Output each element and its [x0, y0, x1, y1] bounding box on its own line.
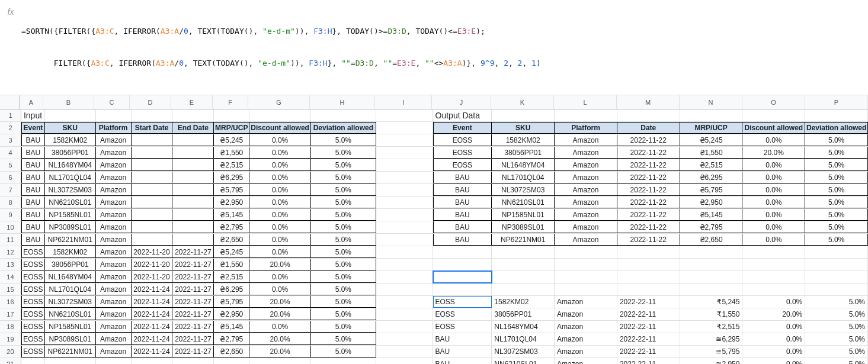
input-cell[interactable]: 20.0% — [249, 308, 311, 320]
input-cell[interactable]: 5.0% — [311, 271, 376, 283]
grid[interactable]: 1Input DataOutput Data2EventSKUPlatformS… — [0, 109, 868, 364]
output-cell[interactable]: BAU — [433, 209, 492, 221]
input-cell[interactable]: EOSS — [21, 259, 45, 270]
cell[interactable] — [492, 284, 555, 295]
input-cell[interactable]: 2022-11-27 — [172, 259, 214, 270]
formula-cell[interactable]: NN6210SL01 — [492, 358, 555, 364]
cell[interactable] — [680, 109, 743, 121]
input-cell[interactable] — [172, 184, 214, 196]
input-cell[interactable]: 5.0% — [311, 346, 376, 357]
cell[interactable] — [376, 234, 433, 246]
input-cell[interactable]: 2022-11-20 — [132, 271, 173, 283]
cell[interactable] — [376, 333, 433, 345]
formula-cell[interactable]: 5.0% — [805, 358, 868, 364]
output-cell[interactable]: BAU — [433, 184, 492, 196]
input-cell[interactable]: NL3072SM03 — [45, 296, 96, 308]
input-cell[interactable]: 5.0% — [311, 308, 376, 320]
formula-cell[interactable]: ₹5,245 — [680, 296, 743, 308]
output-cell[interactable]: Amazon — [555, 221, 617, 233]
input-cell[interactable]: ₴1,550 — [214, 147, 249, 159]
formula-cell[interactable]: 0.0% — [742, 346, 805, 357]
input-cell[interactable]: 5.0% — [311, 321, 376, 333]
input-cell[interactable] — [172, 147, 214, 159]
cell[interactable] — [555, 109, 617, 121]
cell[interactable] — [376, 296, 433, 308]
output-cell[interactable]: 2022-11-22 — [617, 184, 680, 196]
input-cell[interactable]: EOSS — [21, 296, 45, 308]
input-cell[interactable] — [132, 221, 173, 233]
cell[interactable] — [21, 358, 45, 364]
formula-cell[interactable]: BAU — [433, 346, 492, 357]
formula-cell[interactable]: ≅2,950 — [680, 358, 743, 364]
column-header-J[interactable]: J — [432, 95, 491, 109]
row-header-12[interactable]: 12 — [0, 246, 21, 258]
cell[interactable] — [492, 109, 555, 121]
formula-cell[interactable]: 5.0% — [805, 321, 868, 333]
output-cell[interactable]: 5.0% — [805, 209, 868, 221]
cell[interactable] — [742, 259, 805, 270]
output-cell[interactable]: Amazon — [555, 234, 617, 246]
input-cell[interactable] — [132, 134, 173, 146]
output-cell[interactable]: 5.0% — [805, 159, 868, 171]
input-cell[interactable]: BAU — [21, 159, 45, 171]
row-header-1[interactable]: 1 — [0, 109, 21, 121]
input-cell[interactable]: Amazon — [96, 159, 132, 171]
input-cell[interactable]: 2022-11-24 — [132, 321, 173, 333]
input-cell[interactable]: Amazon — [96, 209, 132, 221]
input-cell[interactable]: 2022-11-27 — [172, 308, 214, 320]
row-header-9[interactable]: 9 — [0, 209, 21, 221]
input-cell[interactable]: 5.0% — [311, 159, 376, 171]
formula-cell[interactable]: Amazon — [555, 321, 617, 333]
cell[interactable] — [492, 271, 555, 283]
output-cell[interactable]: 5.0% — [805, 184, 868, 196]
row-header-11[interactable]: 11 — [0, 234, 21, 246]
input-cell[interactable]: Amazon — [96, 221, 132, 233]
input-cell[interactable]: 38056PP01 — [45, 147, 96, 159]
cell[interactable] — [805, 246, 868, 258]
input-cell[interactable]: EOSS — [21, 271, 45, 283]
input-cell[interactable]: BAU — [21, 172, 45, 183]
input-cell[interactable]: 0.0% — [249, 234, 311, 246]
input-cell[interactable]: 5.0% — [311, 221, 376, 233]
formula-bar[interactable]: fx =SORTN({FILTER({A3:C, IFERROR(A3:A/0,… — [0, 0, 868, 95]
formula-cell[interactable]: Amazon — [555, 358, 617, 364]
formula-cell[interactable]: 0.0% — [742, 321, 805, 333]
input-cell[interactable]: ₴5,145 — [214, 321, 249, 333]
row-header-5[interactable]: 5 — [0, 159, 21, 171]
input-cell[interactable]: 2022-11-24 — [132, 296, 173, 308]
input-header[interactable]: Discount allowed — [249, 122, 311, 134]
input-cell[interactable]: ₴2,650 — [214, 346, 249, 357]
cell[interactable] — [96, 109, 132, 121]
select-all-corner[interactable] — [0, 95, 20, 109]
cell[interactable] — [617, 109, 680, 121]
input-cell[interactable]: Amazon — [96, 308, 132, 320]
output-cell[interactable]: EOSS — [433, 134, 492, 146]
input-cell[interactable]: BAU — [21, 184, 45, 196]
input-cell[interactable]: Amazon — [96, 234, 132, 246]
input-cell[interactable]: EOSS — [21, 321, 45, 333]
cell[interactable] — [617, 284, 680, 295]
output-cell[interactable]: Amazon — [555, 134, 617, 146]
output-header[interactable]: MRP/UCP — [680, 122, 743, 134]
input-cell[interactable]: 5.0% — [311, 184, 376, 196]
input-cell[interactable]: ₴1,550 — [214, 259, 249, 270]
output-cell[interactable]: 0.0% — [742, 159, 805, 171]
cell[interactable] — [172, 109, 214, 121]
row-header-13[interactable]: 13 — [0, 259, 21, 270]
cell[interactable] — [433, 259, 492, 270]
input-cell[interactable] — [132, 234, 173, 246]
output-cell[interactable]: ₴6,295 — [680, 172, 743, 183]
formula-cell[interactable]: ₹2,515 — [680, 321, 743, 333]
output-cell[interactable]: BAU — [433, 234, 492, 246]
output-header[interactable]: Platform — [555, 122, 617, 134]
input-cell[interactable]: NP3089SL01 — [45, 221, 96, 233]
output-cell[interactable]: 5.0% — [805, 234, 868, 246]
input-cell[interactable]: 38056PP01 — [45, 259, 96, 270]
input-cell[interactable] — [172, 221, 214, 233]
cell[interactable] — [376, 122, 433, 134]
output-header[interactable]: Discount allowed — [742, 122, 805, 134]
input-cell[interactable]: Amazon — [96, 296, 132, 308]
cell[interactable] — [492, 246, 555, 258]
output-cell[interactable]: 2022-11-22 — [617, 197, 680, 208]
output-cell[interactable]: NN6210SL01 — [492, 197, 555, 208]
